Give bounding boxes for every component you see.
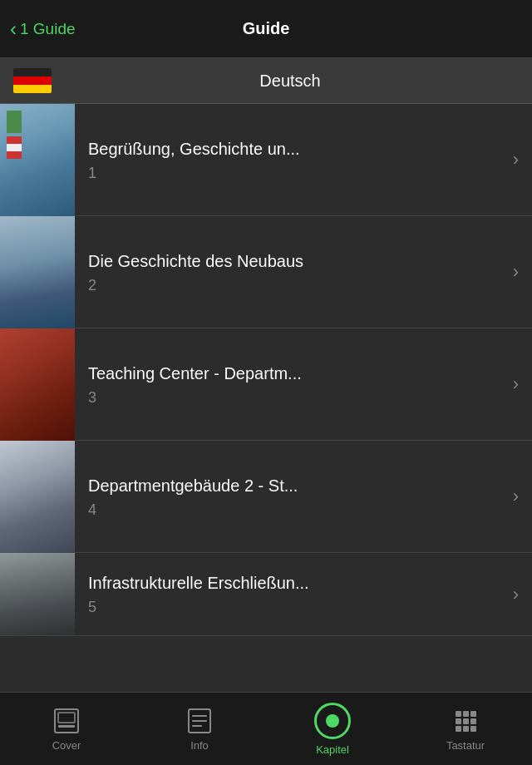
item-content: Departmentgebäude 2 - St... 4	[75, 463, 513, 531]
tastatur-icon	[451, 706, 480, 736]
kapitel-dot	[326, 714, 339, 728]
tab-info[interactable]: Info	[133, 693, 266, 765]
cover-icon	[52, 706, 81, 736]
mini-flag-1	[7, 111, 22, 134]
tab-cover[interactable]: Cover	[0, 693, 133, 765]
item-title: Begrüßung, Geschichte un...	[88, 138, 500, 160]
item-thumbnail	[0, 441, 75, 553]
item-number: 2	[88, 277, 500, 294]
svg-rect-13	[456, 726, 461, 732]
svg-rect-14	[463, 726, 469, 732]
page-title: Guide	[243, 19, 290, 38]
item-number: 4	[88, 501, 500, 519]
chevron-right-icon: ›	[513, 486, 532, 507]
item-number: 5	[88, 599, 500, 616]
svg-rect-1	[58, 713, 75, 723]
tab-tastatur-label: Tastatur	[446, 739, 485, 752]
language-bar: Deutsch	[0, 58, 532, 104]
item-number: 3	[88, 389, 500, 407]
guide-list: Begrüßung, Geschichte un... 1 › Die Gesc…	[0, 104, 532, 636]
list-item[interactable]: Infrastrukturelle Erschließun... 5 ›	[0, 553, 532, 636]
tab-info-label: Info	[190, 739, 209, 752]
chevron-right-icon: ›	[513, 149, 532, 170]
svg-rect-2	[58, 725, 75, 728]
info-doc-icon	[185, 706, 214, 736]
header: ‹ 1 Guide Guide	[0, 0, 532, 58]
svg-rect-8	[463, 711, 469, 717]
svg-rect-9	[470, 711, 476, 717]
tab-kapitel[interactable]: Kapitel	[266, 693, 399, 765]
tab-tastatur[interactable]: Tastatur	[399, 693, 532, 765]
item-thumbnail	[0, 328, 75, 441]
mini-flag-2	[7, 136, 22, 160]
item-content: Infrastrukturelle Erschließun... 5	[75, 560, 513, 628]
tab-kapitel-label: Kapitel	[316, 743, 349, 756]
back-button[interactable]: ‹ 1 Guide	[10, 19, 76, 39]
list-item[interactable]: Departmentgebäude 2 - St... 4 ›	[0, 441, 532, 553]
back-label: 1 Guide	[20, 20, 76, 38]
list-item[interactable]: Teaching Center - Departm... 3 ›	[0, 328, 532, 441]
svg-rect-11	[463, 718, 469, 724]
item-thumbnail	[0, 553, 75, 636]
chevron-right-icon: ›	[513, 373, 532, 395]
item-number: 1	[88, 165, 500, 182]
item-thumbnail	[0, 104, 75, 216]
item-title: Departmentgebäude 2 - St...	[88, 475, 500, 496]
item-thumbnail	[0, 216, 75, 328]
item-content: Teaching Center - Departm... 3	[75, 351, 513, 418]
svg-rect-10	[456, 718, 461, 724]
svg-rect-15	[470, 726, 476, 732]
list-item[interactable]: Begrüßung, Geschichte un... 1 ›	[0, 104, 532, 216]
item-title: Teaching Center - Departm...	[88, 363, 500, 384]
language-label: Deutsch	[62, 72, 519, 91]
item-content: Begrüßung, Geschichte un... 1	[75, 126, 513, 194]
svg-rect-7	[456, 711, 461, 717]
item-title: Die Geschichte des Neubaus	[88, 250, 500, 272]
svg-rect-12	[470, 718, 476, 724]
tab-cover-label: Cover	[52, 739, 81, 752]
item-content: Die Geschichte des Neubaus 2	[75, 239, 513, 306]
chevron-right-icon: ›	[513, 584, 532, 605]
chevron-right-icon: ›	[513, 261, 532, 283]
item-title: Infrastrukturelle Erschließun...	[88, 572, 500, 594]
german-flag	[13, 68, 52, 93]
kapitel-icon	[313, 702, 352, 740]
tab-bar: Cover Info Kapitel	[0, 692, 532, 765]
list-item[interactable]: Die Geschichte des Neubaus 2 ›	[0, 216, 532, 328]
kapitel-circle	[314, 703, 351, 739]
chevron-left-icon: ‹	[10, 19, 17, 39]
